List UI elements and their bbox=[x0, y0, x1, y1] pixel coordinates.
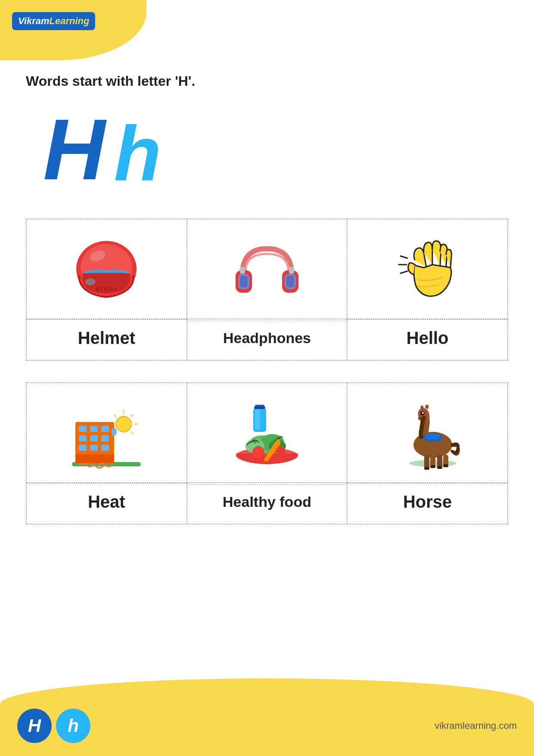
healthy-food-image-container bbox=[187, 383, 347, 482]
logo: Vikram Learning bbox=[12, 12, 95, 30]
heat-image-container bbox=[27, 383, 186, 482]
bottom-H-circle: H bbox=[17, 709, 52, 743]
headphones-image-container bbox=[187, 219, 347, 319]
card-headphones-label: Headphones bbox=[187, 319, 348, 360]
logo-vikram-text: Vikram bbox=[18, 16, 50, 27]
svg-rect-59 bbox=[430, 455, 435, 467]
heat-icon bbox=[68, 398, 145, 472]
page-subtitle: Words start with letter 'H'. bbox=[26, 73, 508, 89]
card-horse-label: Horse bbox=[347, 483, 508, 524]
svg-rect-28 bbox=[101, 435, 109, 441]
card-healthy-food-label: Healthy food bbox=[187, 483, 348, 524]
cards-grid-row1: Helmet Headphones Hello bbox=[26, 219, 508, 361]
svg-point-33 bbox=[116, 416, 131, 432]
cards-section-row2: Heat Healthy food Horse bbox=[26, 382, 508, 525]
svg-rect-29 bbox=[79, 445, 87, 451]
headphones-icon bbox=[230, 237, 304, 306]
svg-rect-23 bbox=[79, 426, 87, 432]
svg-rect-30 bbox=[90, 445, 98, 451]
svg-line-37 bbox=[131, 432, 133, 434]
horse-icon bbox=[390, 400, 465, 471]
letters-display: H h bbox=[26, 106, 508, 193]
svg-rect-24 bbox=[90, 426, 98, 432]
svg-rect-60 bbox=[437, 455, 442, 468]
card-hello-label: Hello bbox=[347, 319, 508, 360]
bottom-h-circle: h bbox=[56, 709, 90, 743]
hello-hand-icon bbox=[391, 237, 464, 306]
website-url: vikramlearning.com bbox=[435, 720, 517, 731]
svg-rect-27 bbox=[90, 435, 98, 441]
svg-rect-64 bbox=[437, 466, 442, 469]
healthy-food-label: Healthy food bbox=[187, 484, 347, 522]
svg-rect-43 bbox=[254, 406, 265, 409]
svg-point-50 bbox=[276, 446, 285, 455]
healthy-food-icon bbox=[229, 400, 304, 471]
helmet-label: Helmet bbox=[27, 319, 186, 360]
capital-letter-H: H bbox=[43, 106, 105, 193]
helmet-image-container bbox=[27, 219, 186, 319]
star-decoration: ✦ bbox=[123, 8, 133, 22]
card-horse-image bbox=[347, 383, 508, 483]
hello-label: Hello bbox=[348, 319, 507, 360]
svg-rect-31 bbox=[101, 445, 109, 451]
card-helmet-label: Helmet bbox=[26, 319, 187, 360]
small-letter-h: h bbox=[114, 115, 161, 193]
card-hello-image bbox=[347, 219, 508, 319]
svg-rect-17 bbox=[289, 267, 294, 274]
card-helmet-image bbox=[26, 219, 187, 319]
svg-rect-42 bbox=[255, 409, 260, 430]
svg-rect-26 bbox=[79, 435, 87, 441]
svg-rect-32 bbox=[75, 454, 114, 463]
svg-rect-15 bbox=[286, 275, 294, 287]
svg-rect-25 bbox=[101, 426, 109, 432]
svg-rect-65 bbox=[443, 464, 448, 467]
headphones-label: Headphones bbox=[187, 321, 347, 359]
cards-grid-row2: Heat Healthy food Horse bbox=[26, 382, 508, 525]
svg-rect-63 bbox=[430, 465, 435, 468]
svg-rect-62 bbox=[424, 467, 429, 470]
cards-section-row1: Helmet Headphones Hello bbox=[26, 219, 508, 361]
card-headphones-image bbox=[187, 219, 348, 319]
svg-point-9 bbox=[85, 278, 96, 285]
main-content: Words start with letter 'H'. H h bbox=[0, 0, 534, 632]
helmet-icon bbox=[70, 237, 143, 306]
svg-point-54 bbox=[422, 412, 424, 414]
bottom-bar: H h vikramlearning.com bbox=[0, 709, 534, 743]
svg-rect-16 bbox=[240, 267, 245, 274]
svg-point-57 bbox=[425, 434, 441, 440]
svg-point-49 bbox=[252, 446, 264, 458]
bottom-letters: H h bbox=[17, 709, 90, 743]
svg-line-35 bbox=[131, 415, 133, 416]
card-heat-image bbox=[26, 383, 187, 483]
svg-point-55 bbox=[418, 417, 422, 420]
svg-line-18 bbox=[400, 256, 407, 258]
svg-rect-58 bbox=[424, 455, 429, 469]
card-heat-label: Heat bbox=[26, 483, 187, 524]
heat-label: Heat bbox=[27, 483, 186, 524]
horse-image-container bbox=[348, 383, 507, 482]
hello-image-container bbox=[348, 219, 507, 319]
horse-label: Horse bbox=[348, 483, 507, 524]
logo-learning-text: Learning bbox=[50, 16, 90, 27]
card-healthy-food-image bbox=[187, 383, 348, 483]
svg-rect-12 bbox=[240, 275, 248, 287]
svg-line-38 bbox=[114, 415, 116, 416]
svg-line-20 bbox=[400, 271, 407, 273]
